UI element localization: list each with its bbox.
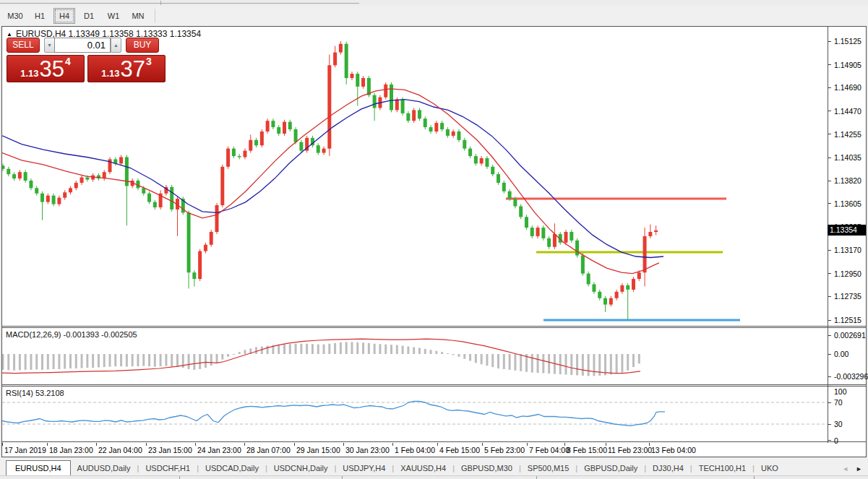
candle-body[interactable] — [57, 198, 61, 204]
candle-body[interactable] — [502, 183, 506, 191]
candle-body[interactable] — [350, 74, 353, 78]
candle-body[interactable] — [153, 202, 157, 207]
candle-body[interactable] — [339, 44, 343, 53]
candle-body[interactable] — [553, 234, 557, 247]
candle-body[interactable] — [615, 292, 619, 298]
candle-body[interactable] — [468, 149, 472, 156]
candle-body[interactable] — [288, 122, 292, 129]
candle-body[interactable] — [74, 183, 78, 188]
buy-button[interactable]: BUY — [126, 38, 159, 53]
timeframe-button-mn[interactable]: MN — [127, 8, 149, 24]
timeframe-button-w1[interactable]: W1 — [103, 8, 124, 24]
candle-body[interactable] — [80, 178, 84, 183]
candle-body[interactable] — [271, 121, 275, 127]
candle-body[interactable] — [18, 172, 22, 178]
candle-body[interactable] — [648, 232, 652, 236]
candle-body[interactable] — [243, 151, 246, 157]
candle-body[interactable] — [277, 127, 280, 134]
candle-body[interactable] — [406, 113, 410, 121]
candle-body[interactable] — [345, 44, 348, 78]
candle-body[interactable] — [632, 279, 635, 290]
candle-body[interactable] — [654, 230, 658, 232]
candle-body[interactable] — [424, 118, 427, 127]
candle-body[interactable] — [598, 292, 601, 298]
candle-body[interactable] — [643, 236, 647, 272]
candle-body[interactable] — [170, 187, 173, 210]
candle-body[interactable] — [587, 274, 590, 285]
candle-body[interactable] — [452, 131, 455, 136]
candle-body[interactable] — [266, 121, 270, 131]
candle-body[interactable] — [2, 165, 5, 168]
candle-body[interactable] — [356, 74, 359, 87]
candle-body[interactable] — [637, 272, 641, 279]
tab-dj30-h4[interactable]: DJ30,H4 — [646, 462, 690, 475]
candle-body[interactable] — [603, 298, 607, 305]
tab-uko[interactable]: UKO — [755, 462, 785, 475]
tab-gbpusd-m30[interactable]: GBPUSD,M30 — [455, 462, 519, 475]
candle-body[interactable] — [609, 298, 613, 305]
tab-usdcnh-daily[interactable]: USDCNH,Daily — [267, 462, 335, 475]
candle-body[interactable] — [232, 149, 236, 156]
candle-body[interactable] — [220, 167, 224, 205]
candle-body[interactable] — [446, 129, 450, 136]
candle-body[interactable] — [40, 194, 44, 202]
tab-scroll-right-icon[interactable]: ► — [856, 465, 862, 472]
candle-body[interactable] — [564, 232, 568, 243]
candle-body[interactable] — [570, 232, 573, 241]
tab-sp500-m15[interactable]: SP500,M15 — [521, 462, 575, 475]
candle-body[interactable] — [457, 131, 460, 140]
candle-body[interactable] — [192, 272, 196, 279]
candle-body[interactable] — [147, 194, 151, 202]
volume-input[interactable]: 0.01 — [54, 38, 111, 53]
candle-body[interactable] — [210, 232, 213, 245]
candle-body[interactable] — [497, 174, 500, 183]
candle-body[interactable] — [142, 188, 145, 193]
candle-body[interactable] — [119, 157, 123, 163]
candle-body[interactable] — [536, 228, 540, 236]
candle-body[interactable] — [620, 285, 624, 292]
candle-body[interactable] — [440, 123, 444, 129]
tab-audusd-daily[interactable]: AUDUSD,Daily — [71, 462, 137, 475]
candle-body[interactable] — [480, 158, 484, 163]
candle-body[interactable] — [373, 95, 377, 108]
candle-body[interactable] — [541, 228, 545, 238]
candle-body[interactable] — [626, 285, 629, 290]
candle-body[interactable] — [361, 78, 365, 87]
candle-body[interactable] — [384, 85, 387, 98]
candle-body[interactable] — [299, 142, 303, 151]
rsi-canvas[interactable] — [2, 387, 828, 441]
candle-body[interactable] — [395, 100, 399, 111]
candle-body[interactable] — [508, 191, 512, 199]
timeframe-button-m30[interactable]: M30 — [4, 8, 26, 24]
tab-scroll-left-icon[interactable]: ◄ — [842, 465, 848, 472]
tab-tech100-h1[interactable]: TECH100,H1 — [692, 462, 752, 475]
candle-body[interactable] — [24, 172, 27, 181]
candle-body[interactable] — [198, 251, 202, 279]
candle-body[interactable] — [12, 174, 16, 178]
candle-body[interactable] — [260, 131, 264, 145]
candle-body[interactable] — [327, 65, 331, 148]
candle-body[interactable] — [530, 228, 534, 236]
timeframe-button-h1[interactable]: H1 — [29, 8, 51, 24]
candle-body[interactable] — [29, 181, 33, 188]
candle-body[interactable] — [249, 140, 252, 151]
candle-body[interactable] — [187, 212, 191, 272]
candle-body[interactable] — [283, 122, 286, 134]
tab-usdcad-daily[interactable]: USDCAD,Daily — [199, 462, 265, 475]
candle-body[interactable] — [429, 127, 433, 131]
candle-body[interactable] — [254, 140, 258, 145]
candle-body[interactable] — [491, 167, 494, 174]
candle-body[interactable] — [63, 192, 66, 197]
candle-body[interactable] — [317, 145, 320, 152]
candle-body[interactable] — [226, 149, 230, 167]
candle-body[interactable] — [401, 100, 405, 113]
candle-body[interactable] — [581, 256, 585, 274]
tab-gbpusd-daily[interactable]: GBPUSD,Daily — [577, 462, 644, 475]
tab-usdchf-h1[interactable]: USDCHF,H1 — [139, 462, 197, 475]
candle-body[interactable] — [513, 199, 517, 206]
candle-body[interactable] — [52, 196, 56, 204]
tab-usdjpy-h4[interactable]: USDJPY,H4 — [336, 462, 392, 475]
candle-body[interactable] — [485, 158, 489, 167]
timeframe-button-d1[interactable]: D1 — [78, 8, 100, 24]
candle-body[interactable] — [238, 156, 241, 157]
